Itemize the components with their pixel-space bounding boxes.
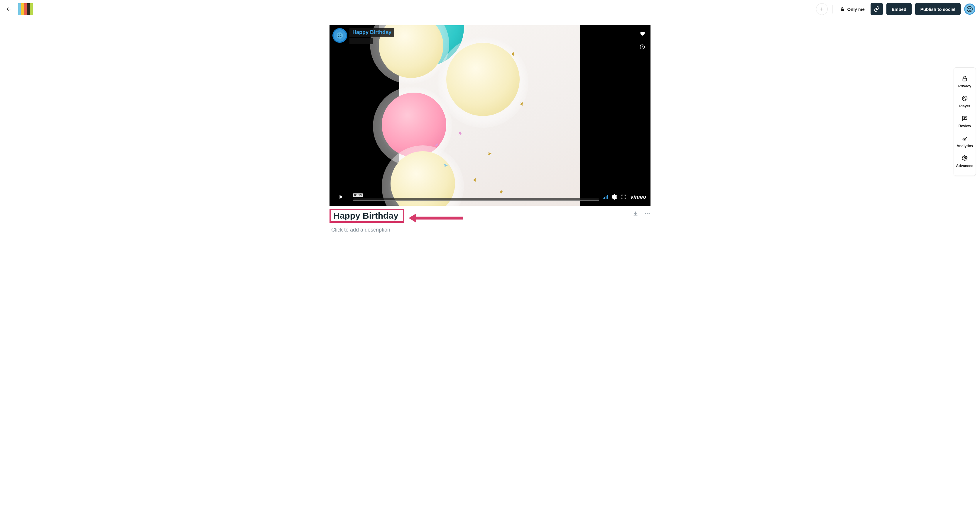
player-right-controls: vimeo	[603, 194, 646, 200]
svg-point-13	[966, 98, 966, 98]
svg-point-8	[647, 213, 648, 214]
publish-to-social-button[interactable]: Publish to social	[915, 3, 961, 15]
current-time: 00:13	[353, 193, 363, 197]
svg-point-12	[964, 97, 965, 98]
annotation-arrow	[409, 213, 463, 223]
svg-point-1	[969, 8, 969, 9]
divider	[832, 5, 833, 13]
rail-item-label: Advanced	[956, 164, 974, 168]
watch-later-button[interactable]	[637, 41, 648, 52]
arrow-head-icon	[409, 213, 416, 223]
svg-rect-10	[963, 78, 967, 81]
brand-logo[interactable]	[18, 3, 33, 15]
settings-button[interactable]	[611, 194, 617, 200]
smiley-icon	[336, 32, 344, 39]
rail-item-label: Analytics	[956, 144, 973, 148]
rail-item-analytics[interactable]: Analytics	[954, 132, 975, 152]
palette-icon	[961, 95, 968, 102]
link-icon	[874, 6, 880, 12]
svg-point-3	[337, 32, 343, 39]
progress-area: 00:13	[353, 193, 599, 201]
rail-item-label: Player	[959, 104, 970, 108]
video-thumbnail	[399, 25, 580, 206]
fullscreen-icon	[621, 194, 627, 200]
right-settings-rail: Privacy Player Review Analytics Advanced	[954, 67, 976, 176]
privacy-label: Only me	[847, 7, 865, 12]
main-area: Happy Birthday 00:13	[0, 25, 980, 233]
lock-icon	[961, 75, 968, 82]
smiley-icon	[967, 6, 973, 12]
rail-item-player[interactable]: Player	[954, 92, 975, 112]
add-button[interactable]	[816, 3, 828, 15]
lock-icon	[840, 6, 845, 12]
title-and-desc: Happy Birthday Click to add a descriptio…	[329, 209, 404, 233]
copy-link-button[interactable]	[870, 3, 883, 15]
rail-item-label: Privacy	[958, 84, 971, 88]
play-icon	[338, 194, 344, 200]
overlay-label-group: Happy Birthday	[350, 28, 395, 44]
arrow-shaft	[416, 217, 463, 219]
volume-button[interactable]	[603, 195, 608, 199]
heart-icon	[640, 30, 645, 36]
logo-stripe	[27, 3, 30, 15]
download-icon	[632, 211, 639, 217]
logo-stripe	[18, 3, 21, 15]
privacy-dropdown[interactable]: Only me	[837, 6, 867, 12]
top-right-group: Only me Embed Publish to social	[816, 3, 975, 15]
svg-point-5	[340, 34, 341, 35]
below-player-row: Happy Birthday Click to add a descriptio…	[329, 209, 651, 233]
clock-icon	[640, 44, 645, 50]
arrow-left-icon	[6, 6, 12, 12]
svg-point-7	[645, 213, 646, 214]
top-left-group	[5, 3, 33, 15]
analytics-icon	[961, 135, 968, 141]
player-controls: 00:13 vimeo	[329, 190, 651, 206]
rail-item-advanced[interactable]: Advanced	[954, 152, 975, 171]
video-stage: Happy Birthday 00:13	[329, 25, 651, 233]
video-title-value: Happy Birthday	[333, 211, 398, 220]
top-bar: Only me Embed Publish to social	[0, 0, 980, 18]
video-overlay-title[interactable]: Happy Birthday	[350, 28, 395, 36]
svg-point-14	[964, 157, 966, 159]
video-player[interactable]: Happy Birthday 00:13	[329, 25, 651, 206]
video-description-input[interactable]: Click to add a description	[331, 227, 404, 233]
text-caret	[399, 212, 399, 221]
embed-button[interactable]: Embed	[886, 3, 912, 15]
user-avatar[interactable]	[964, 3, 975, 15]
svg-point-2	[970, 8, 971, 9]
fullscreen-button[interactable]	[621, 194, 627, 200]
gear-icon	[611, 194, 617, 200]
back-button[interactable]	[5, 5, 13, 13]
below-right-actions	[632, 211, 651, 218]
logo-stripe	[30, 3, 33, 15]
plus-icon	[819, 6, 824, 12]
vimeo-wordmark[interactable]: vimeo	[630, 194, 646, 200]
video-overlay-subtitle[interactable]	[350, 38, 373, 44]
volume-bars-icon	[603, 195, 608, 199]
gear-icon	[961, 155, 968, 162]
svg-point-9	[649, 213, 650, 214]
svg-point-0	[967, 6, 972, 12]
uploader-avatar[interactable]	[332, 28, 347, 43]
rail-item-review[interactable]: Review	[954, 112, 975, 132]
download-button[interactable]	[632, 211, 639, 218]
comment-icon	[961, 115, 968, 122]
video-title-input[interactable]: Happy Birthday	[329, 209, 404, 223]
player-top-right-controls	[637, 28, 648, 52]
logo-stripe	[24, 3, 27, 15]
svg-point-4	[338, 34, 339, 35]
video-overlay-header: Happy Birthday	[332, 28, 395, 44]
logo-stripe	[21, 3, 24, 15]
like-button[interactable]	[637, 28, 648, 39]
progress-bar[interactable]	[353, 198, 599, 201]
dots-horizontal-icon	[644, 211, 651, 217]
rail-item-label: Review	[958, 124, 971, 128]
svg-point-11	[963, 98, 964, 98]
more-button[interactable]	[644, 211, 651, 218]
rail-item-privacy[interactable]: Privacy	[954, 72, 975, 92]
play-button[interactable]	[332, 191, 350, 203]
